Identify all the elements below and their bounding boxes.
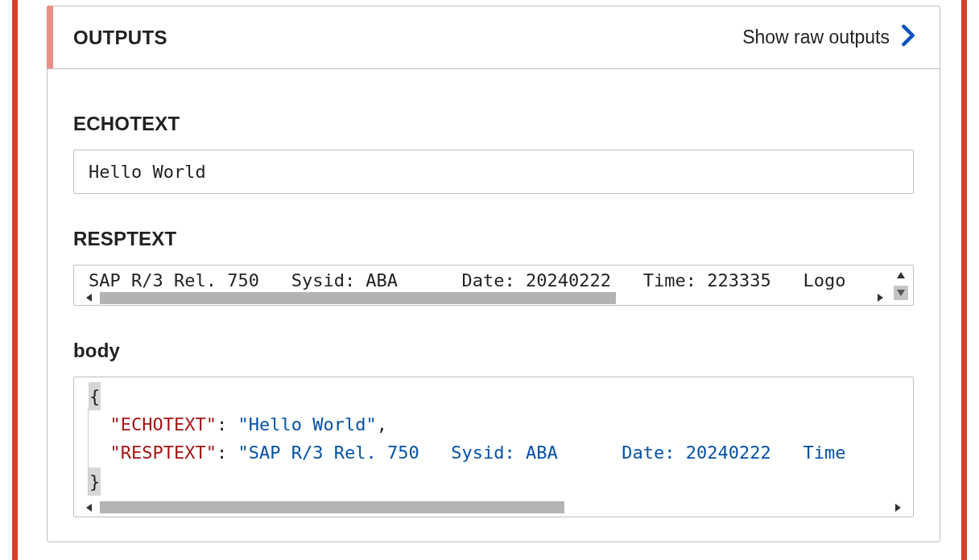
outputs-title: OUTPUTS — [73, 27, 167, 49]
body-field: body { "ECHOTEXT": "Hello World", "RESPT… — [73, 340, 914, 517]
outputs-header: OUTPUTS Show raw outputs — [48, 6, 940, 69]
json-key-echotext: "ECHOTEXT" — [110, 414, 217, 434]
json-key-resptext: "RESPTEXT" — [110, 443, 217, 463]
body-horizontal-scrollbar[interactable] — [84, 499, 903, 517]
scroll-right-icon[interactable] — [892, 502, 903, 513]
resptext-horizontal-scrollbar[interactable] — [84, 290, 903, 305]
echotext-value-box: Hello World — [73, 150, 914, 194]
svg-marker-1 — [897, 290, 905, 296]
scroll-left-icon[interactable] — [84, 292, 95, 303]
resptext-label: RESPTEXT — [73, 228, 914, 250]
svg-marker-3 — [878, 294, 883, 302]
show-raw-outputs-label: Show raw outputs — [742, 27, 890, 48]
body-json-code: { "ECHOTEXT": "Hello World", "RESPTEXT":… — [89, 382, 898, 496]
code-fold-guide — [88, 409, 89, 496]
resptext-field: RESPTEXT SAP R/3 Rel. 750 Sysid: ABA Dat… — [73, 228, 914, 306]
scrollbar-track[interactable] — [100, 292, 870, 304]
resptext-value: SAP R/3 Rel. 750 Sysid: ABA Date: 202402… — [89, 270, 898, 290]
body-label: body — [73, 340, 914, 362]
page-right-border — [961, 0, 967, 560]
scrollbar-thumb[interactable] — [100, 292, 616, 304]
outputs-body: ECHOTEXT Hello World RESPTEXT SAP R/3 Re… — [48, 69, 940, 537]
echotext-field: ECHOTEXT Hello World — [73, 113, 914, 194]
scrollbar-track[interactable] — [100, 501, 887, 513]
svg-marker-5 — [895, 504, 901, 512]
svg-marker-4 — [86, 504, 92, 512]
scroll-up-icon[interactable] — [894, 268, 908, 282]
echotext-value: Hello World — [89, 162, 206, 182]
show-raw-outputs-button[interactable]: Show raw outputs — [742, 24, 915, 51]
body-value-box: { "ECHOTEXT": "Hello World", "RESPTEXT":… — [73, 377, 914, 517]
json-val-resptext: "SAP R/3 Rel. 750 Sysid: ABA Date: 20240… — [238, 443, 845, 463]
scroll-left-icon[interactable] — [84, 502, 95, 513]
svg-marker-0 — [897, 272, 905, 278]
resptext-value-box: SAP R/3 Rel. 750 Sysid: ABA Date: 202402… — [73, 265, 914, 306]
echotext-label: ECHOTEXT — [73, 113, 914, 135]
chevron-right-icon — [901, 24, 915, 51]
open-brace: { — [89, 382, 101, 410]
json-val-echotext: "Hello World" — [238, 414, 376, 434]
scroll-right-icon[interactable] — [874, 292, 886, 303]
close-brace: } — [89, 467, 101, 496]
page-left-border — [12, 0, 18, 560]
header-accent-bar — [47, 6, 53, 68]
outputs-panel: OUTPUTS Show raw outputs ECHOTEXT Hello … — [47, 6, 940, 542]
svg-marker-2 — [86, 294, 92, 302]
scroll-down-icon[interactable] — [894, 286, 908, 300]
scrollbar-thumb[interactable] — [100, 501, 564, 513]
